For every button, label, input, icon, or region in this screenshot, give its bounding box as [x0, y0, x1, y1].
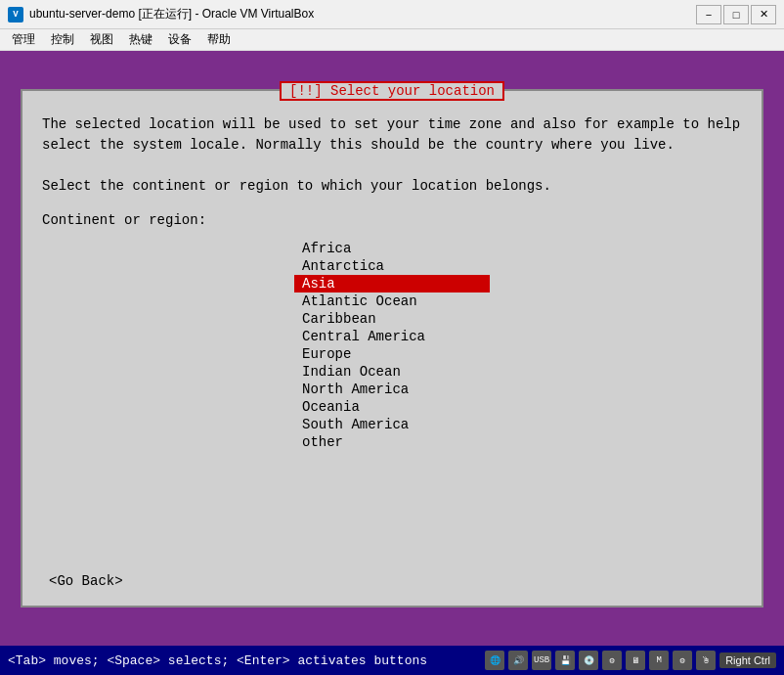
status-bar: <Tab> moves; <Space> selects; <Enter> ac…: [0, 646, 784, 675]
cpu-icon: ⚙: [602, 651, 622, 670]
menu-control[interactable]: 控制: [43, 29, 82, 50]
network-icon: 🌐: [485, 651, 504, 670]
vm-display-area: [!!] Select your location The selected l…: [0, 51, 784, 646]
app-icon: V: [8, 7, 23, 22]
menu-help[interactable]: 帮助: [199, 29, 239, 50]
list-item-oceania[interactable]: Oceania: [294, 398, 490, 416]
list-item-antarctica[interactable]: Antarctica: [294, 257, 490, 275]
title-bar: V ubuntu-server-demo [正在运行] - Oracle VM …: [0, 0, 784, 29]
memory-icon: M: [649, 651, 669, 670]
usb-icon: USB: [532, 651, 551, 670]
list-item-other[interactable]: other: [294, 433, 490, 451]
menu-hotkey[interactable]: 热键: [121, 29, 160, 50]
location-dialog: [!!] Select your location The selected l…: [21, 89, 763, 608]
close-button[interactable]: ✕: [751, 5, 776, 24]
region-list: Africa Antarctica Asia Atlantic Ocean Ca…: [42, 240, 742, 561]
list-item-central-america[interactable]: Central America: [294, 328, 490, 345]
audio-icon: 🔊: [508, 651, 528, 670]
maximize-button[interactable]: □: [723, 5, 749, 24]
list-item-europe[interactable]: Europe: [294, 345, 490, 363]
settings-icon: ⚙: [673, 651, 692, 670]
list-item-asia[interactable]: Asia: [294, 275, 490, 292]
dialog-description: The selected location will be used to se…: [42, 114, 742, 197]
list-item-africa[interactable]: Africa: [294, 240, 490, 257]
list-item-atlantic-ocean[interactable]: Atlantic Ocean: [294, 292, 490, 310]
menu-view[interactable]: 视图: [82, 29, 121, 50]
menu-bar: 管理 控制 视图 热键 设备 帮助: [0, 29, 784, 51]
display-icon: 🖥: [626, 651, 645, 670]
disk1-icon: 💾: [555, 651, 575, 670]
dialog-content: The selected location will be used to se…: [22, 91, 762, 606]
window-title: ubuntu-server-demo [正在运行] - Oracle VM Vi…: [29, 6, 696, 22]
mouse-icon: 🖱: [696, 651, 716, 670]
list-item-south-america[interactable]: South America: [294, 416, 490, 433]
minimize-button[interactable]: −: [696, 5, 721, 24]
right-ctrl-label: Right Ctrl: [719, 652, 776, 668]
dialog-title: [!!] Select your location: [280, 81, 504, 101]
status-text: <Tab> moves; <Space> selects; <Enter> ac…: [8, 653, 427, 668]
disk2-icon: 💿: [579, 651, 598, 670]
dialog-label: Continent or region:: [42, 212, 742, 228]
status-icon-tray: 🌐 🔊 USB 💾 💿 ⚙ 🖥 M ⚙ 🖱 Right Ctrl: [485, 651, 776, 670]
list-item-north-america[interactable]: North America: [294, 381, 490, 398]
go-back-button[interactable]: <Go Back>: [42, 570, 130, 592]
window-controls: − □ ✕: [696, 5, 776, 24]
menu-devices[interactable]: 设备: [160, 29, 199, 50]
menu-manage[interactable]: 管理: [4, 29, 43, 50]
list-item-caribbean[interactable]: Caribbean: [294, 310, 490, 328]
list-item-indian-ocean[interactable]: Indian Ocean: [294, 363, 490, 381]
